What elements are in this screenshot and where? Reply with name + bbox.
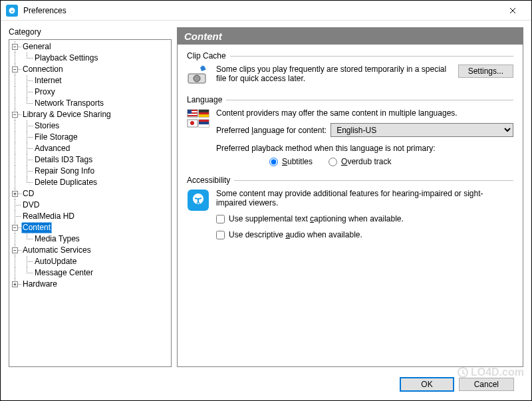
tree-playback-settings[interactable]: Playback Settings — [33, 53, 99, 64]
titlebar: Preferences — [1, 1, 531, 21]
svg-rect-5 — [188, 115, 198, 116]
tree-automatic-services[interactable]: Automatic Services — [21, 245, 92, 256]
dialog-buttons: OK Cancel — [9, 371, 523, 400]
expander-icon[interactable]: + — [12, 191, 18, 197]
tree-dvd[interactable]: DVD — [21, 200, 41, 211]
expander-icon[interactable]: − — [12, 112, 18, 118]
expander-icon[interactable]: − — [12, 44, 18, 50]
tree-media-types[interactable]: Media Types — [33, 233, 81, 245]
descriptive-audio-checkbox[interactable]: Use descriptive audio when available. — [216, 230, 513, 239]
tree-details-id3[interactable]: Details ID3 Tags — [33, 154, 94, 166]
content-panel: Content Clip Cache Some clips you play — [177, 27, 523, 367]
tree-autoupdate[interactable]: AutoUpdate — [33, 256, 78, 267]
expander-icon[interactable]: − — [12, 247, 18, 253]
tree-proxy[interactable]: Proxy — [33, 86, 57, 98]
accessibility-icon — [187, 189, 209, 211]
tree-realmedia-hd[interactable]: RealMedia HD — [21, 211, 76, 222]
close-button[interactable] — [499, 1, 526, 20]
tree-file-storage[interactable]: File Storage — [33, 132, 79, 143]
preferred-language-select[interactable]: English-US — [331, 123, 513, 137]
language-text: Content providers may offer the same con… — [216, 108, 513, 118]
expander-icon[interactable]: − — [12, 225, 18, 231]
category-tree[interactable]: −General Playback Settings −Connection I… — [9, 39, 172, 367]
overdub-radio[interactable]: Overdub track — [329, 157, 391, 166]
tree-delete-duplicates[interactable]: Delete Duplicates — [33, 177, 98, 188]
accessibility-group-label: Accessibility — [187, 176, 230, 185]
tree-stories[interactable]: Stories — [33, 120, 61, 132]
svg-rect-15 — [199, 122, 209, 124]
category-label: Category — [9, 27, 172, 37]
clip-cache-settings-button[interactable]: Settings... — [458, 65, 513, 78]
svg-point-18 — [197, 194, 199, 196]
playback-method-label: Preferred playback method when this lang… — [216, 144, 513, 153]
close-icon — [509, 7, 516, 14]
captioning-checkbox[interactable]: Use supplemental text captioning when av… — [216, 214, 513, 223]
window-title: Preferences — [23, 6, 499, 15]
accessibility-text: Some content may provide additional feat… — [216, 189, 513, 207]
svg-rect-8 — [199, 110, 209, 112]
tree-repair-song[interactable]: Repair Song Info — [33, 166, 96, 177]
tree-hardware[interactable]: Hardware — [21, 279, 59, 290]
cancel-button[interactable]: Cancel — [459, 378, 514, 391]
svg-point-12 — [190, 121, 194, 125]
language-group-label: Language — [187, 95, 222, 104]
expander-icon[interactable]: + — [12, 281, 18, 287]
expander-icon[interactable]: − — [12, 67, 18, 72]
panel-title: Content — [178, 28, 523, 45]
subtitles-radio[interactable]: Subtitles — [269, 157, 313, 166]
tree-connection[interactable]: Connection — [21, 64, 65, 75]
tree-internet[interactable]: Internet — [33, 75, 63, 86]
tree-advanced[interactable]: Advanced — [33, 143, 71, 154]
svg-rect-9 — [199, 112, 209, 114]
tree-general[interactable]: General — [21, 41, 53, 53]
tree-content[interactable]: Content — [21, 222, 52, 233]
flags-icon — [187, 108, 209, 130]
svg-rect-6 — [188, 110, 192, 114]
svg-rect-17 — [188, 190, 209, 211]
tree-library-sharing[interactable]: Library & Device Sharing — [21, 109, 112, 120]
watermark: LO4D.com — [458, 366, 524, 378]
tree-network-transports[interactable]: Network Transports — [33, 98, 105, 109]
preferred-language-label: Preferred language for content: — [216, 126, 327, 135]
svg-point-1 — [194, 75, 200, 82]
ok-button[interactable]: OK — [400, 378, 453, 391]
tree-cd[interactable]: CD — [21, 188, 35, 200]
svg-rect-10 — [199, 114, 209, 117]
svg-rect-14 — [199, 120, 209, 122]
tree-message-center[interactable]: Message Center — [33, 267, 94, 279]
app-icon — [6, 5, 18, 17]
clip-cache-icon — [187, 65, 209, 86]
preferences-window: Preferences Category −General Playback S… — [0, 0, 532, 401]
clip-cache-text: Some clips you play frequently are store… — [216, 65, 452, 83]
svg-rect-16 — [199, 124, 209, 127]
clip-cache-group-label: Clip Cache — [187, 51, 226, 61]
